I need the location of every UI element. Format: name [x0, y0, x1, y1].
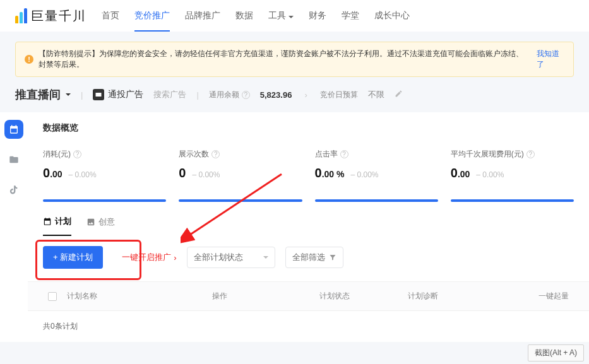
new-plan-button[interactable]: + 新建计划 [43, 246, 103, 269]
help-icon[interactable]: ? [340, 150, 348, 158]
nav-tools[interactable]: 工具 [268, 6, 294, 25]
th-operation: 操作 [207, 288, 314, 304]
plan-creative-tabs: 计划 创意 [28, 202, 589, 236]
help-icon[interactable]: ? [527, 150, 535, 158]
onekey-promote-link[interactable]: 一键开启推广 › [122, 252, 176, 263]
chevron-right-icon[interactable]: › [304, 90, 307, 100]
budget-label: 竞价日预算 [320, 90, 358, 100]
table-summary: 共0条计划 [28, 311, 589, 342]
nav-brand[interactable]: 品牌推广 [185, 6, 220, 25]
stat-cpm[interactable]: 平均千次展现费用(元)? 0.00– 0.00% [451, 149, 574, 202]
left-rail [0, 112, 28, 342]
nav-finance[interactable]: 财务 [309, 6, 326, 25]
filter-button[interactable]: 全部筛选 [285, 247, 343, 268]
help-icon[interactable]: ? [242, 91, 250, 99]
nav-school[interactable]: 学堂 [342, 6, 359, 25]
logo: 巨量千川 [15, 8, 86, 25]
nav-bidding[interactable]: 竞价推广 [134, 6, 170, 25]
ad-type-label: 通投广告 [93, 89, 143, 100]
stats-row: 消耗(元)? 0.00– 0.00% 展示次数? 0– 0.00% 点击率? 0… [28, 144, 589, 202]
select-all-checkbox[interactable] [48, 292, 57, 301]
chevron-down-icon [289, 16, 294, 18]
table-header-row: 计划名称 操作 计划状态 计划诊断 一键起量 [28, 282, 589, 311]
balance-label: 通用余额 ? [209, 90, 250, 100]
rail-calendar[interactable] [4, 120, 23, 139]
budget-value: 不限 [368, 89, 384, 100]
balance-value: 5,823.96 [260, 90, 292, 100]
page-subheader: 推直播间 | 通投广告 搜索广告 | 通用余额 ? 5,823.96 › 竞价日… [0, 77, 589, 112]
rail-douyin[interactable] [4, 180, 23, 199]
overview-title: 数据概览 [28, 122, 589, 144]
pencil-icon[interactable] [395, 90, 403, 100]
search-ads-text[interactable]: 搜索广告 [153, 89, 186, 100]
stat-impressions[interactable]: 展示次数? 0– 0.00% [179, 149, 302, 202]
chevron-down-icon [66, 93, 71, 96]
nav-growth[interactable]: 成长中心 [374, 6, 410, 25]
tab-creative[interactable]: 创意 [86, 216, 115, 235]
th-diagnosis: 计划诊断 [403, 288, 510, 304]
nav-data[interactable]: 数据 [235, 6, 253, 25]
content-card: 数据概览 消耗(元)? 0.00– 0.00% 展示次数? 0– 0.00% 点… [28, 112, 589, 342]
calendar-icon [43, 217, 52, 226]
th-plan-name: 计划名称 [62, 288, 207, 304]
broadcast-icon [93, 89, 104, 100]
plan-status-select[interactable]: 全部计划状态 [187, 247, 275, 268]
stat-ctr[interactable]: 点击率? 0.00 %– 0.00% [315, 149, 438, 202]
th-status: 计划状态 [314, 288, 403, 304]
image-icon [86, 218, 95, 226]
nav-home[interactable]: 首页 [102, 6, 119, 25]
help-icon[interactable]: ? [73, 150, 81, 158]
rail-folder[interactable] [4, 150, 23, 169]
th-onekey-start: 一键起量 [510, 288, 574, 304]
chevron-down-icon [263, 256, 268, 259]
logo-mark [15, 8, 27, 23]
warning-text: 【防诈特别提示】为保障您的资金安全，请勿轻信任何非官方充值渠道，谨防资金账户被不… [39, 49, 529, 70]
fraud-warning-banner: ! 【防诈特别提示】为保障您的资金安全，请勿轻信任何非官方充值渠道，谨防资金账户… [15, 42, 574, 77]
action-row: + 新建计划 一键开启推广 › 全部计划状态 全部筛选 [28, 236, 589, 282]
main-nav: 首页 竞价推广 品牌推广 数据 工具 财务 学堂 成长中心 [102, 6, 410, 25]
tab-plan[interactable]: 计划 [43, 216, 71, 236]
chevron-right-icon: › [174, 253, 176, 262]
top-header: 巨量千川 首页 竞价推广 品牌推广 数据 工具 财务 学堂 成长中心 [0, 0, 589, 32]
room-title-selector[interactable]: 推直播间 [15, 87, 71, 102]
funnel-icon [329, 254, 336, 261]
stat-consumption[interactable]: 消耗(元)? 0.00– 0.00% [43, 149, 166, 202]
warning-got-it-link[interactable]: 我知道了 [537, 49, 564, 70]
help-icon[interactable]: ? [211, 150, 220, 158]
brand-name: 巨量千川 [31, 8, 86, 25]
warning-icon: ! [25, 55, 33, 64]
